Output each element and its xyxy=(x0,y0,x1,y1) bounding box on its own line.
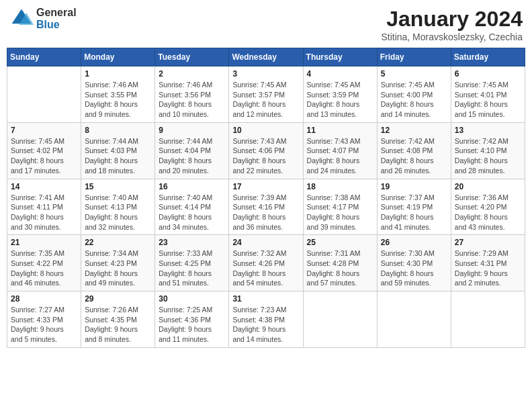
day-number: 17 xyxy=(232,182,299,191)
day-cell: 12Sunrise: 7:42 AMSunset: 4:08 PMDayligh… xyxy=(377,122,451,179)
weekday-header-saturday: Saturday xyxy=(451,48,525,66)
day-cell: 23Sunrise: 7:33 AMSunset: 4:25 PMDayligh… xyxy=(155,235,229,291)
day-cell: 4Sunrise: 7:45 AMSunset: 3:59 PMDaylight… xyxy=(303,66,377,123)
day-number: 24 xyxy=(232,238,299,247)
day-info: Sunrise: 7:42 AMSunset: 4:10 PMDaylight:… xyxy=(455,136,521,176)
day-info: Sunrise: 7:35 AMSunset: 4:22 PMDaylight:… xyxy=(11,248,77,288)
day-info: Sunrise: 7:40 AMSunset: 4:13 PMDaylight:… xyxy=(85,193,151,232)
day-number: 21 xyxy=(11,238,77,247)
day-number: 22 xyxy=(85,238,151,247)
day-info: Sunrise: 7:45 AMSunset: 4:02 PMDaylight:… xyxy=(11,136,77,176)
day-cell xyxy=(303,291,377,348)
day-cell: 26Sunrise: 7:30 AMSunset: 4:30 PMDayligh… xyxy=(377,235,451,291)
day-number: 14 xyxy=(11,182,77,191)
day-cell xyxy=(7,66,81,123)
month-title: January 2024 xyxy=(381,7,523,32)
day-cell xyxy=(377,291,451,348)
day-info: Sunrise: 7:43 AMSunset: 4:06 PMDaylight:… xyxy=(232,136,299,176)
day-number: 11 xyxy=(307,126,373,135)
day-info: Sunrise: 7:32 AMSunset: 4:26 PMDaylight:… xyxy=(232,248,299,288)
day-number: 19 xyxy=(381,182,447,191)
day-info: Sunrise: 7:33 AMSunset: 4:25 PMDaylight:… xyxy=(159,248,225,288)
day-number: 3 xyxy=(232,69,299,79)
day-cell: 5Sunrise: 7:45 AMSunset: 4:00 PMDaylight… xyxy=(377,66,451,123)
weekday-header-monday: Monday xyxy=(81,48,155,66)
day-cell: 11Sunrise: 7:43 AMSunset: 4:07 PMDayligh… xyxy=(303,122,377,179)
logo-blue-text: Blue xyxy=(36,19,77,31)
day-number: 26 xyxy=(381,238,447,247)
weekday-header-thursday: Thursday xyxy=(303,48,377,66)
calendar: SundayMondayTuesdayWednesdayThursdayFrid… xyxy=(7,48,525,348)
day-info: Sunrise: 7:30 AMSunset: 4:30 PMDaylight:… xyxy=(381,248,447,288)
day-number: 29 xyxy=(85,294,151,304)
day-cell: 31Sunrise: 7:23 AMSunset: 4:38 PMDayligh… xyxy=(229,291,303,348)
day-info: Sunrise: 7:45 AMSunset: 3:57 PMDaylight:… xyxy=(232,80,299,120)
day-cell: 7Sunrise: 7:45 AMSunset: 4:02 PMDaylight… xyxy=(7,122,81,179)
day-cell: 8Sunrise: 7:44 AMSunset: 4:03 PMDaylight… xyxy=(81,122,155,179)
location-subtitle: Stitina, Moravskoslezsky, Czechia xyxy=(381,32,523,42)
day-cell: 21Sunrise: 7:35 AMSunset: 4:22 PMDayligh… xyxy=(7,235,81,291)
day-cell: 13Sunrise: 7:42 AMSunset: 4:10 PMDayligh… xyxy=(451,122,525,179)
weekday-header-row: SundayMondayTuesdayWednesdayThursdayFrid… xyxy=(7,48,525,66)
day-number: 8 xyxy=(85,126,151,135)
day-info: Sunrise: 7:39 AMSunset: 4:16 PMDaylight:… xyxy=(232,193,299,232)
week-row-3: 14Sunrise: 7:41 AMSunset: 4:11 PMDayligh… xyxy=(7,179,525,235)
day-cell xyxy=(451,291,525,348)
day-info: Sunrise: 7:45 AMSunset: 4:01 PMDaylight:… xyxy=(455,80,521,120)
day-cell: 27Sunrise: 7:29 AMSunset: 4:31 PMDayligh… xyxy=(451,235,525,291)
day-number: 27 xyxy=(455,238,521,247)
day-info: Sunrise: 7:45 AMSunset: 3:59 PMDaylight:… xyxy=(307,80,373,120)
weekday-header-wednesday: Wednesday xyxy=(229,48,303,66)
day-number: 6 xyxy=(455,69,521,79)
day-info: Sunrise: 7:45 AMSunset: 4:00 PMDaylight:… xyxy=(381,80,447,120)
day-cell: 16Sunrise: 7:40 AMSunset: 4:14 PMDayligh… xyxy=(155,179,229,235)
day-cell: 22Sunrise: 7:34 AMSunset: 4:23 PMDayligh… xyxy=(81,235,155,291)
weekday-header-tuesday: Tuesday xyxy=(155,48,229,66)
logo-icon xyxy=(9,7,34,31)
day-cell: 15Sunrise: 7:40 AMSunset: 4:13 PMDayligh… xyxy=(81,179,155,235)
day-info: Sunrise: 7:36 AMSunset: 4:20 PMDaylight:… xyxy=(455,193,521,232)
day-info: Sunrise: 7:42 AMSunset: 4:08 PMDaylight:… xyxy=(381,136,447,176)
day-number: 1 xyxy=(85,69,151,79)
day-number: 16 xyxy=(159,182,225,191)
day-info: Sunrise: 7:27 AMSunset: 4:33 PMDaylight:… xyxy=(11,305,77,345)
day-cell: 29Sunrise: 7:26 AMSunset: 4:35 PMDayligh… xyxy=(81,291,155,348)
weekday-header-sunday: Sunday xyxy=(7,48,81,66)
day-number: 9 xyxy=(159,126,225,135)
logo: General Blue xyxy=(9,7,77,31)
day-number: 28 xyxy=(11,294,77,304)
day-number: 13 xyxy=(455,126,521,135)
day-cell: 14Sunrise: 7:41 AMSunset: 4:11 PMDayligh… xyxy=(7,179,81,235)
day-number: 4 xyxy=(307,69,373,79)
day-cell: 24Sunrise: 7:32 AMSunset: 4:26 PMDayligh… xyxy=(229,235,303,291)
day-info: Sunrise: 7:40 AMSunset: 4:14 PMDaylight:… xyxy=(159,193,225,232)
day-cell: 2Sunrise: 7:46 AMSunset: 3:56 PMDaylight… xyxy=(155,66,229,123)
week-row-1: 1Sunrise: 7:46 AMSunset: 3:55 PMDaylight… xyxy=(7,66,525,123)
week-row-5: 28Sunrise: 7:27 AMSunset: 4:33 PMDayligh… xyxy=(7,291,525,348)
day-cell: 3Sunrise: 7:45 AMSunset: 3:57 PMDaylight… xyxy=(229,66,303,123)
day-info: Sunrise: 7:37 AMSunset: 4:19 PMDaylight:… xyxy=(381,193,447,232)
day-cell: 28Sunrise: 7:27 AMSunset: 4:33 PMDayligh… xyxy=(7,291,81,348)
day-number: 18 xyxy=(307,182,373,191)
day-number: 15 xyxy=(85,182,151,191)
day-info: Sunrise: 7:43 AMSunset: 4:07 PMDaylight:… xyxy=(307,136,373,176)
title-area: January 2024 Stitina, Moravskoslezsky, C… xyxy=(381,7,523,42)
day-info: Sunrise: 7:31 AMSunset: 4:28 PMDaylight:… xyxy=(307,248,373,288)
day-number: 20 xyxy=(455,182,521,191)
week-row-4: 21Sunrise: 7:35 AMSunset: 4:22 PMDayligh… xyxy=(7,235,525,291)
day-number: 25 xyxy=(307,238,373,247)
day-info: Sunrise: 7:25 AMSunset: 4:36 PMDaylight:… xyxy=(159,305,225,345)
day-info: Sunrise: 7:44 AMSunset: 4:04 PMDaylight:… xyxy=(159,136,225,176)
day-cell: 6Sunrise: 7:45 AMSunset: 4:01 PMDaylight… xyxy=(451,66,525,123)
day-info: Sunrise: 7:38 AMSunset: 4:17 PMDaylight:… xyxy=(307,193,373,232)
day-number: 2 xyxy=(159,69,225,79)
day-number: 23 xyxy=(159,238,225,247)
day-info: Sunrise: 7:26 AMSunset: 4:35 PMDaylight:… xyxy=(85,305,151,345)
day-info: Sunrise: 7:34 AMSunset: 4:23 PMDaylight:… xyxy=(85,248,151,288)
day-number: 12 xyxy=(381,126,447,135)
day-cell: 30Sunrise: 7:25 AMSunset: 4:36 PMDayligh… xyxy=(155,291,229,348)
day-info: Sunrise: 7:23 AMSunset: 4:38 PMDaylight:… xyxy=(232,305,299,345)
day-info: Sunrise: 7:44 AMSunset: 4:03 PMDaylight:… xyxy=(85,136,151,176)
day-cell: 18Sunrise: 7:38 AMSunset: 4:17 PMDayligh… xyxy=(303,179,377,235)
day-cell: 25Sunrise: 7:31 AMSunset: 4:28 PMDayligh… xyxy=(303,235,377,291)
